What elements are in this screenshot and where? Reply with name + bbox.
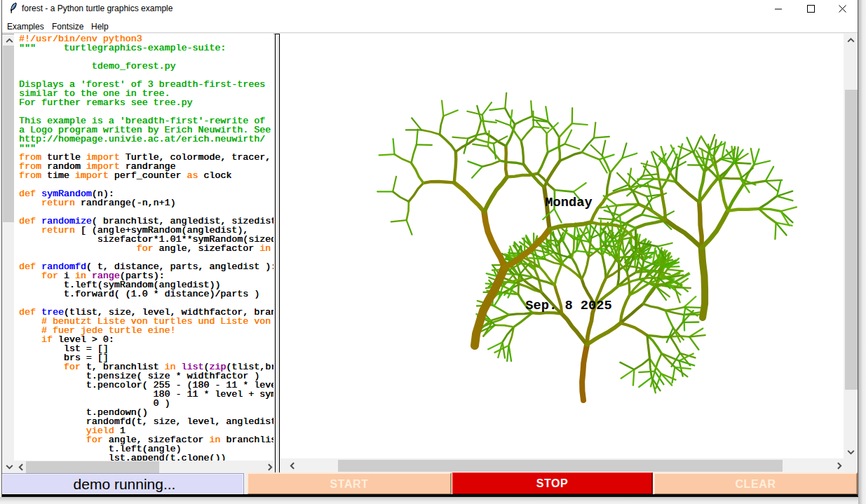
svg-text:Sep. 8 2025: Sep. 8 2025 bbox=[525, 298, 611, 313]
svg-text:Monday: Monday bbox=[545, 195, 592, 210]
